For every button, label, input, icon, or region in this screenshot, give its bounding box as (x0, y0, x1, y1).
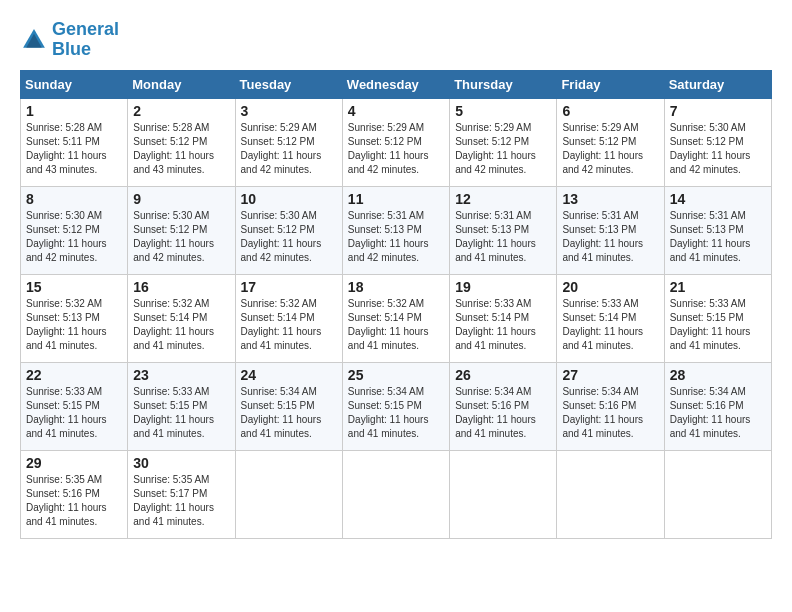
day-cell-6: 6 Sunrise: 5:29 AMSunset: 5:12 PMDayligh… (557, 98, 664, 186)
day-number: 23 (133, 367, 229, 383)
day-info: Sunrise: 5:33 AMSunset: 5:14 PMDaylight:… (455, 297, 551, 353)
day-info: Sunrise: 5:32 AMSunset: 5:14 PMDaylight:… (348, 297, 444, 353)
day-number: 26 (455, 367, 551, 383)
day-info: Sunrise: 5:28 AMSunset: 5:12 PMDaylight:… (133, 121, 229, 177)
day-cell-1: 1 Sunrise: 5:28 AMSunset: 5:11 PMDayligh… (21, 98, 128, 186)
day-info: Sunrise: 5:33 AMSunset: 5:14 PMDaylight:… (562, 297, 658, 353)
day-number: 17 (241, 279, 337, 295)
day-number: 10 (241, 191, 337, 207)
day-number: 20 (562, 279, 658, 295)
day-number: 24 (241, 367, 337, 383)
day-cell-12: 12 Sunrise: 5:31 AMSunset: 5:13 PMDaylig… (450, 186, 557, 274)
week-row-1: 1 Sunrise: 5:28 AMSunset: 5:11 PMDayligh… (21, 98, 772, 186)
day-cell-17: 17 Sunrise: 5:32 AMSunset: 5:14 PMDaylig… (235, 274, 342, 362)
day-cell-3: 3 Sunrise: 5:29 AMSunset: 5:12 PMDayligh… (235, 98, 342, 186)
weekday-thursday: Thursday (450, 70, 557, 98)
day-cell-23: 23 Sunrise: 5:33 AMSunset: 5:15 PMDaylig… (128, 362, 235, 450)
calendar-header: SundayMondayTuesdayWednesdayThursdayFrid… (21, 70, 772, 98)
day-info: Sunrise: 5:34 AMSunset: 5:16 PMDaylight:… (670, 385, 766, 441)
week-row-5: 29 Sunrise: 5:35 AMSunset: 5:16 PMDaylig… (21, 450, 772, 538)
day-info: Sunrise: 5:33 AMSunset: 5:15 PMDaylight:… (670, 297, 766, 353)
day-cell-27: 27 Sunrise: 5:34 AMSunset: 5:16 PMDaylig… (557, 362, 664, 450)
day-cell-19: 19 Sunrise: 5:33 AMSunset: 5:14 PMDaylig… (450, 274, 557, 362)
day-number: 19 (455, 279, 551, 295)
weekday-friday: Friday (557, 70, 664, 98)
day-cell-9: 9 Sunrise: 5:30 AMSunset: 5:12 PMDayligh… (128, 186, 235, 274)
day-number: 28 (670, 367, 766, 383)
empty-cell (342, 450, 449, 538)
day-info: Sunrise: 5:33 AMSunset: 5:15 PMDaylight:… (133, 385, 229, 441)
weekday-wednesday: Wednesday (342, 70, 449, 98)
day-number: 14 (670, 191, 766, 207)
day-number: 22 (26, 367, 122, 383)
day-cell-11: 11 Sunrise: 5:31 AMSunset: 5:13 PMDaylig… (342, 186, 449, 274)
day-cell-16: 16 Sunrise: 5:32 AMSunset: 5:14 PMDaylig… (128, 274, 235, 362)
day-number: 7 (670, 103, 766, 119)
day-info: Sunrise: 5:29 AMSunset: 5:12 PMDaylight:… (348, 121, 444, 177)
calendar-table: SundayMondayTuesdayWednesdayThursdayFrid… (20, 70, 772, 539)
weekday-row: SundayMondayTuesdayWednesdayThursdayFrid… (21, 70, 772, 98)
day-cell-13: 13 Sunrise: 5:31 AMSunset: 5:13 PMDaylig… (557, 186, 664, 274)
day-info: Sunrise: 5:31 AMSunset: 5:13 PMDaylight:… (348, 209, 444, 265)
logo-text: General Blue (52, 20, 119, 60)
day-number: 4 (348, 103, 444, 119)
logo-icon (20, 26, 48, 54)
day-cell-29: 29 Sunrise: 5:35 AMSunset: 5:16 PMDaylig… (21, 450, 128, 538)
day-number: 25 (348, 367, 444, 383)
weekday-monday: Monday (128, 70, 235, 98)
empty-cell (450, 450, 557, 538)
day-info: Sunrise: 5:33 AMSunset: 5:15 PMDaylight:… (26, 385, 122, 441)
day-number: 8 (26, 191, 122, 207)
calendar-body: 1 Sunrise: 5:28 AMSunset: 5:11 PMDayligh… (21, 98, 772, 538)
day-number: 21 (670, 279, 766, 295)
day-info: Sunrise: 5:34 AMSunset: 5:16 PMDaylight:… (562, 385, 658, 441)
day-info: Sunrise: 5:29 AMSunset: 5:12 PMDaylight:… (241, 121, 337, 177)
day-cell-7: 7 Sunrise: 5:30 AMSunset: 5:12 PMDayligh… (664, 98, 771, 186)
day-info: Sunrise: 5:30 AMSunset: 5:12 PMDaylight:… (133, 209, 229, 265)
day-info: Sunrise: 5:30 AMSunset: 5:12 PMDaylight:… (26, 209, 122, 265)
day-info: Sunrise: 5:31 AMSunset: 5:13 PMDaylight:… (562, 209, 658, 265)
day-number: 16 (133, 279, 229, 295)
empty-cell (664, 450, 771, 538)
day-number: 15 (26, 279, 122, 295)
day-cell-21: 21 Sunrise: 5:33 AMSunset: 5:15 PMDaylig… (664, 274, 771, 362)
day-info: Sunrise: 5:34 AMSunset: 5:15 PMDaylight:… (348, 385, 444, 441)
day-cell-24: 24 Sunrise: 5:34 AMSunset: 5:15 PMDaylig… (235, 362, 342, 450)
day-number: 12 (455, 191, 551, 207)
day-cell-20: 20 Sunrise: 5:33 AMSunset: 5:14 PMDaylig… (557, 274, 664, 362)
empty-cell (235, 450, 342, 538)
day-info: Sunrise: 5:32 AMSunset: 5:14 PMDaylight:… (241, 297, 337, 353)
day-info: Sunrise: 5:34 AMSunset: 5:16 PMDaylight:… (455, 385, 551, 441)
day-cell-15: 15 Sunrise: 5:32 AMSunset: 5:13 PMDaylig… (21, 274, 128, 362)
week-row-3: 15 Sunrise: 5:32 AMSunset: 5:13 PMDaylig… (21, 274, 772, 362)
day-number: 2 (133, 103, 229, 119)
day-number: 18 (348, 279, 444, 295)
day-cell-5: 5 Sunrise: 5:29 AMSunset: 5:12 PMDayligh… (450, 98, 557, 186)
weekday-tuesday: Tuesday (235, 70, 342, 98)
day-info: Sunrise: 5:31 AMSunset: 5:13 PMDaylight:… (670, 209, 766, 265)
day-info: Sunrise: 5:30 AMSunset: 5:12 PMDaylight:… (670, 121, 766, 177)
day-cell-18: 18 Sunrise: 5:32 AMSunset: 5:14 PMDaylig… (342, 274, 449, 362)
day-number: 6 (562, 103, 658, 119)
day-cell-10: 10 Sunrise: 5:30 AMSunset: 5:12 PMDaylig… (235, 186, 342, 274)
day-cell-8: 8 Sunrise: 5:30 AMSunset: 5:12 PMDayligh… (21, 186, 128, 274)
day-info: Sunrise: 5:31 AMSunset: 5:13 PMDaylight:… (455, 209, 551, 265)
logo: General Blue (20, 20, 119, 60)
day-number: 3 (241, 103, 337, 119)
day-info: Sunrise: 5:29 AMSunset: 5:12 PMDaylight:… (562, 121, 658, 177)
day-number: 5 (455, 103, 551, 119)
empty-cell (557, 450, 664, 538)
weekday-sunday: Sunday (21, 70, 128, 98)
page-header: General Blue (20, 20, 772, 60)
day-cell-28: 28 Sunrise: 5:34 AMSunset: 5:16 PMDaylig… (664, 362, 771, 450)
day-info: Sunrise: 5:32 AMSunset: 5:14 PMDaylight:… (133, 297, 229, 353)
day-cell-22: 22 Sunrise: 5:33 AMSunset: 5:15 PMDaylig… (21, 362, 128, 450)
day-cell-25: 25 Sunrise: 5:34 AMSunset: 5:15 PMDaylig… (342, 362, 449, 450)
day-info: Sunrise: 5:32 AMSunset: 5:13 PMDaylight:… (26, 297, 122, 353)
day-info: Sunrise: 5:35 AMSunset: 5:16 PMDaylight:… (26, 473, 122, 529)
day-info: Sunrise: 5:29 AMSunset: 5:12 PMDaylight:… (455, 121, 551, 177)
day-info: Sunrise: 5:34 AMSunset: 5:15 PMDaylight:… (241, 385, 337, 441)
day-number: 11 (348, 191, 444, 207)
day-cell-14: 14 Sunrise: 5:31 AMSunset: 5:13 PMDaylig… (664, 186, 771, 274)
day-info: Sunrise: 5:30 AMSunset: 5:12 PMDaylight:… (241, 209, 337, 265)
